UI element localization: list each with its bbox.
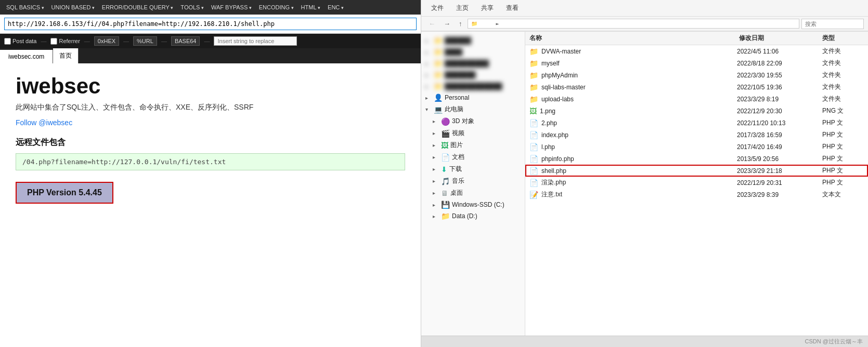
file-row[interactable]: 📄 l.php 2017/4/20 16:49 PHP 文 [525,141,868,153]
file-date: 2017/4/20 16:49 [737,143,820,151]
ribbon-tab-file[interactable]: 文件 [425,1,449,15]
file-name-cell: 📄 l.php [529,143,735,151]
tree-item-desktop[interactable]: ▸ 🖥 桌面 [421,187,525,199]
site-link[interactable]: Follow @iwebsec [16,118,405,127]
file-row[interactable]: 📄 渲染.php 2022/12/9 20:31 PHP 文 [525,177,868,189]
pc-icon: 💻 [434,105,443,114]
txt-icon: 📝 [529,191,538,199]
tree-item-windows-ssd[interactable]: ▸ 💾 Windows-SSD (C:) [421,199,525,210]
tree-item-3d[interactable]: ▸ 🟣 3D 对象 [421,115,525,127]
site-subtitle: 此网站中集合了SQL注入、文件包含、命令执行、XXE、反序列化、SSRF [16,103,405,112]
post-data-check[interactable] [4,38,11,45]
folder-icon: 📁 [529,83,538,91]
address-bar[interactable]: 📁 ► [468,19,800,29]
referrer-checkbox[interactable]: Referrer [50,38,80,45]
file-row[interactable]: 📄 shell.php 2023/3/29 21:18 PHP 文 [525,165,868,177]
file-name: sqli-labs-master [541,84,586,91]
tree-arrow: ▾ [425,106,432,112]
ribbon-tab-home[interactable]: 主页 [450,1,474,15]
file-row[interactable]: 📁 DVWA-master 2022/4/5 11:06 文件夹 [525,45,868,57]
col-type[interactable]: 类型 [822,34,864,43]
tree-item-data-d[interactable]: ▸ 📁 Data (D:) [421,210,525,222]
up-button[interactable]: ↑ [456,18,465,29]
file-rows-container: 📁 DVWA-master 2022/4/5 11:06 文件夹 📁 mysel… [525,45,868,201]
file-row[interactable]: 📁 phpMyAdmin 2022/3/30 19:55 文件夹 [525,69,868,81]
col-date[interactable]: 修改日期 [739,34,822,43]
file-date: 2022/4/5 11:06 [737,48,820,55]
tree-label-download: 下载 [449,165,462,174]
windows-icon: 💾 [441,201,450,209]
hex-dropdown[interactable]: 0xHEX [94,36,119,46]
file-name-cell: 🖼 1.png [529,107,735,115]
tree-item-personal[interactable]: ▸ 👤 Personal [421,92,525,103]
base64-dropdown[interactable]: BASE64 [171,36,200,46]
tree-item-pc[interactable]: ▾ 💻 此电脑 [421,103,525,115]
tree-item-music[interactable]: ▸ 🎵 音乐 [421,175,525,187]
file-date: 2013/5/9 20:56 [737,155,820,163]
php-icon: 📄 [529,131,538,139]
tab-iwebsec[interactable]: iwebsec.com [0,50,53,63]
nav-enc[interactable]: ENC [325,3,347,11]
file-row[interactable]: 📄 2.php 2022/11/20 10:13 PHP 文 [525,117,868,129]
nav-encoding[interactable]: ENCODING [256,3,297,11]
tree-arrow: ▸ [433,130,439,136]
ribbon-tab-share[interactable]: 共享 [475,1,499,15]
nav-error-query[interactable]: ERROR/DOUBLE QUERY [99,3,177,11]
sep2: — [84,38,90,44]
ribbon-tab-view[interactable]: 查看 [500,1,524,15]
file-row[interactable]: 📁 myself 2022/8/18 22:09 文件夹 [525,57,868,69]
tree-label-blurred-2: ████ [445,48,462,56]
url-input[interactable] [4,18,417,30]
sep4: — [161,38,167,44]
explorer-ribbon: 文件 主页 共享 查看 [421,0,868,17]
tree-label-windows-ssd: Windows-SSD (C:) [452,201,504,208]
tree-item-download[interactable]: ▸ ⬇ 下载 [421,163,525,175]
forward-button[interactable]: → [441,18,454,29]
file-row[interactable]: 🖼 1.png 2022/12/9 20:30 PNG 文 [525,105,868,117]
download-icon: ⬇ [441,165,447,174]
nav-union-based[interactable]: UNION BASED [48,3,98,11]
file-row[interactable]: 📁 sqli-labs-master 2022/10/5 19:36 文件夹 [525,81,868,93]
tree-label-blurred-4: ███████ [445,71,476,78]
url-dropdown[interactable]: %URL [133,36,157,46]
back-button[interactable]: ← [425,18,438,29]
nav-html[interactable]: HTML [298,3,323,11]
file-row[interactable]: 📝 注意.txt 2023/3/29 8:39 文本文 [525,189,868,201]
tree-item-blurred-2[interactable]: ▸ 📁 ████ [421,46,525,58]
tree-item-video[interactable]: ▸ 🎬 视频 [421,127,525,139]
php-icon: 📄 [529,167,538,175]
tree-item-blurred-4[interactable]: ▸ 📁 ███████ [421,69,525,81]
file-name: 渲染.php [541,178,566,187]
folder-icon: 📁 [434,48,443,56]
nav-tools[interactable]: TOOLS [177,3,207,11]
file-name: 1.png [540,108,555,115]
col-name[interactable]: 名称 [529,34,739,43]
file-row[interactable]: 📄 phpinfo.php 2013/5/9 20:56 PHP 文 [525,153,868,165]
tree-arrow: ▸ [433,118,439,124]
tree-item-blurred-5[interactable]: ▸ 📁 █████████████ [421,81,525,92]
explorer-body: ▸ 📁 ██████ ▸ 📁 ████ ▸ 📁 ██████████ ▸ 📁 █… [421,32,868,336]
tree-arrow: ▸ [425,49,432,55]
file-date: 2022/11/20 10:13 [737,119,820,127]
tree-item-blurred-1[interactable]: ▸ 📁 ██████ [421,35,525,46]
post-data-checkbox[interactable]: Post data [4,38,36,45]
tree-item-doc[interactable]: ▸ 📄 文档 [421,151,525,163]
file-row[interactable]: 📄 index.php 2017/3/28 16:59 PHP 文 [525,129,868,141]
file-row[interactable]: 📁 upload-labs 2023/3/29 8:19 文件夹 [525,93,868,105]
tree-item-image[interactable]: ▸ 🖼 图片 [421,139,525,151]
folder-icon: 📁 [434,59,443,68]
file-name-cell: 📁 DVWA-master [529,47,735,56]
nav-waf-bypass[interactable]: WAF BYPASS [208,3,255,11]
video-icon: 🎬 [441,129,450,138]
php-icon: 📄 [529,155,538,163]
insert-string-input[interactable] [214,36,297,46]
nav-sql-basics[interactable]: SQL BASICS [3,3,47,11]
tab-home[interactable]: 首页 [53,48,79,63]
referrer-check[interactable] [50,38,57,45]
file-name: shell.php [541,167,566,175]
explorer-search[interactable] [801,19,864,29]
tree-item-blurred-3[interactable]: ▸ 📁 ██████████ [421,58,525,69]
folder-icon: 📁 [434,71,443,79]
sep5: — [204,38,210,44]
folder-icon: 📁 [529,59,538,68]
